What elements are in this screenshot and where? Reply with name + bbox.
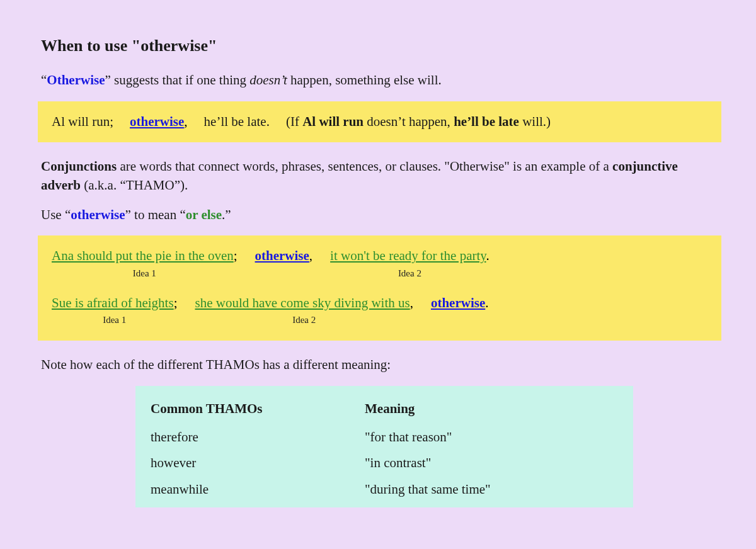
conj-word: otherwise xyxy=(255,248,309,263)
idea-1-wrap: Ana should put the pie in the oven; xyxy=(52,247,238,265)
conj-word: otherwise xyxy=(431,295,485,310)
idea-1-segment: Ana should put the pie in the oven; Idea… xyxy=(52,247,238,280)
note-paragraph: Note how each of the different THAMOs ha… xyxy=(41,356,718,374)
page-title: When to use "otherwise" xyxy=(41,35,718,57)
idea-1-text: Sue is afraid of heights xyxy=(52,295,174,310)
idea-1-label: Idea 1 xyxy=(103,314,126,327)
cell-thamo: meanwhile xyxy=(151,480,365,499)
idea-2-wrap: it won't be ready for the party. xyxy=(330,247,490,265)
conjunction-otherwise: otherwise, xyxy=(130,113,188,131)
example-box-1: Al will run; otherwise, he’ll be late. (… xyxy=(38,101,721,142)
comma: , xyxy=(184,114,187,129)
conj-word: otherwise xyxy=(130,114,184,129)
idea-2-label: Idea 2 xyxy=(398,267,421,280)
example-row-2b: Sue is afraid of heights; Idea 1 she wou… xyxy=(52,294,707,327)
period: . xyxy=(485,295,488,310)
idea-1-segment: Sue is afraid of heights; Idea 1 xyxy=(52,294,177,327)
table-row: therefore "for that reason" xyxy=(151,424,618,450)
usage-paragraph: Use “otherwise” to mean “or else.” xyxy=(41,206,718,224)
keyword-or-else: or else xyxy=(186,207,222,222)
lead-emphasis: doesn’t xyxy=(249,72,287,88)
idea-2-segment: she would have come sky diving with us, … xyxy=(195,294,413,327)
clause-1: Al will run; xyxy=(52,113,113,131)
col-header-2: Meaning xyxy=(365,400,618,418)
period: . xyxy=(486,248,489,263)
comma: , xyxy=(410,295,413,310)
lead-text: ” suggests that if one thing xyxy=(105,72,249,88)
conj-segment: otherwise. xyxy=(431,294,489,312)
def-text: are words that connect words, phrases, s… xyxy=(117,159,612,174)
use-text-2: ” to mean “ xyxy=(125,207,186,222)
use-text-1: Use “ xyxy=(41,207,71,222)
comma: , xyxy=(309,248,312,263)
cell-meaning: "in contrast" xyxy=(365,454,618,472)
idea-2-text: she would have come sky diving with us xyxy=(195,295,410,310)
cell-thamo: however xyxy=(151,454,365,472)
use-text-3: .” xyxy=(222,207,231,222)
quote-open: “ xyxy=(41,72,47,88)
paren-text-3: will.) xyxy=(519,114,551,129)
semicolon: ; xyxy=(174,295,178,310)
table-row: however "in contrast" xyxy=(151,450,618,476)
paren-text-2: doesn’t happen, xyxy=(364,114,454,129)
clause-2: he’ll be late. xyxy=(204,113,270,131)
lead-paragraph: “Otherwise” suggests that if one thing d… xyxy=(41,71,718,89)
thamo-table: Common THAMOs Meaning therefore "for tha… xyxy=(135,386,633,508)
example-row-1: Al will run; otherwise, he’ll be late. (… xyxy=(52,113,707,131)
table-header-row: Common THAMOs Meaning xyxy=(151,396,618,424)
idea-2-text: it won't be ready for the party xyxy=(330,248,486,263)
idea-1-label: Idea 1 xyxy=(133,267,156,280)
col-header-1: Common THAMOs xyxy=(151,400,365,418)
cell-thamo: therefore xyxy=(151,428,365,446)
keyword-otherwise-2: otherwise xyxy=(71,207,125,222)
parenthetical-explanation: (If Al will run doesn’t happen, he’ll be… xyxy=(286,113,551,131)
example-row-2a: Ana should put the pie in the oven; Idea… xyxy=(52,247,707,280)
semicolon: ; xyxy=(234,248,238,263)
lead-text-2: happen, something else will. xyxy=(287,72,442,88)
idea-2-segment: it won't be ready for the party. Idea 2 xyxy=(330,247,490,280)
paren-bold-1: Al will run xyxy=(302,114,364,129)
lesson-page: When to use "otherwise" “Otherwise” sugg… xyxy=(0,0,756,507)
cell-meaning: "for that reason" xyxy=(365,428,618,446)
table-row: meanwhile "during that same time" xyxy=(151,477,618,502)
paren-text: (If xyxy=(286,114,302,129)
term-conjunctions: Conjunctions xyxy=(41,159,117,174)
idea-1-text: Ana should put the pie in the oven xyxy=(52,248,234,263)
paren-bold-2: he’ll be late xyxy=(454,114,519,129)
conj-segment: otherwise, xyxy=(255,247,313,265)
idea-1-wrap: Sue is afraid of heights; xyxy=(52,294,177,312)
cell-meaning: "during that same time" xyxy=(365,480,618,499)
example-box-2: Ana should put the pie in the oven; Idea… xyxy=(38,235,721,341)
idea-2-wrap: she would have come sky diving with us, xyxy=(195,294,413,312)
idea-2-label: Idea 2 xyxy=(292,314,316,327)
def-text-2: (a.k.a. “THAMO”). xyxy=(81,178,188,193)
keyword-otherwise: Otherwise xyxy=(47,72,105,88)
definition-paragraph: Conjunctions are words that connect word… xyxy=(41,157,718,195)
